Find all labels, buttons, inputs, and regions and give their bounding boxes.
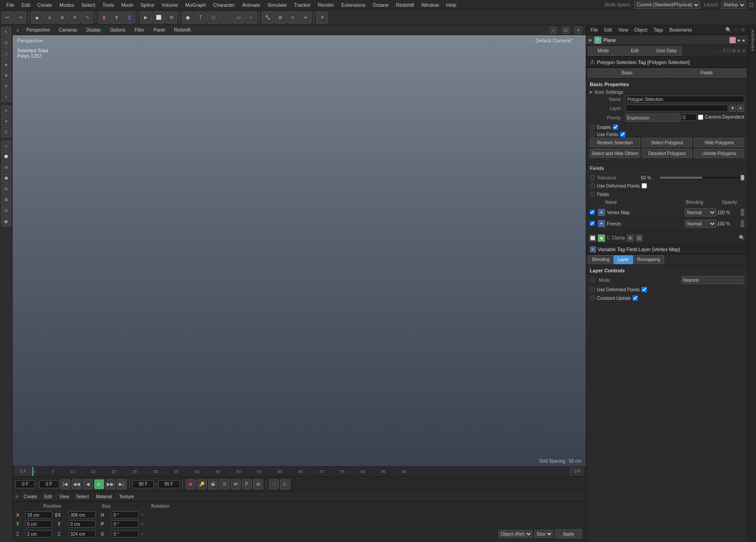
layout-select[interactable]: Startup [721, 1, 746, 9]
tool-icon-10[interactable]: S [1, 127, 11, 137]
deselect-polygons-btn[interactable]: Deselect Polygons [642, 149, 692, 158]
texture-mode-button[interactable]: T [195, 12, 206, 23]
field-icon-2[interactable]: ⊡ [636, 234, 643, 242]
tool-icon-13[interactable]: ⊟ [1, 162, 11, 172]
menu-character[interactable]: Character [209, 1, 238, 9]
tool-icon-16[interactable]: ⊠ [1, 195, 11, 205]
3d-viewport[interactable]: Perspective Default Camera* Selected Tot… [13, 35, 586, 466]
move-tool-button[interactable]: ⊕ [56, 12, 68, 23]
motion-play-btn[interactable]: ▷ [280, 479, 290, 489]
fields-row-vertex-map[interactable]: ⊛ Vertex Map Normal 100 % [590, 207, 744, 218]
visibility-dot-2[interactable]: ● [742, 37, 745, 43]
step-forward-btn[interactable]: ▶▶ [105, 479, 115, 489]
fields-row-freeze[interactable]: ❄ Freeze Normal 100 % [590, 218, 744, 230]
menu-tools[interactable]: Tools [99, 1, 118, 9]
timeline-track[interactable]: 0 5 10 15 20 25 30 35 40 45 50 55 60 65 … [32, 467, 570, 476]
x-axis-button[interactable]: X [98, 12, 110, 23]
b-rot-input[interactable] [112, 530, 139, 537]
solid-icon[interactable]: ■ [598, 234, 605, 242]
tool-icon-18[interactable]: ▣ [1, 216, 11, 226]
object-mode-button[interactable]: ○ [245, 12, 257, 23]
menu-redshift[interactable]: Redshift [392, 1, 418, 9]
viewport-canvas[interactable] [13, 35, 586, 466]
menu-volume[interactable]: Volume [158, 1, 182, 9]
nav-up-icon[interactable]: ↑ [719, 48, 722, 54]
mode-radio[interactable] [590, 277, 595, 283]
tool-icon-3[interactable]: ⬡ [1, 49, 11, 59]
field-search-icon[interactable]: 🔍 [739, 235, 745, 241]
align-button[interactable]: ≡ [287, 12, 299, 23]
obj-settings-icon[interactable]: ⚙ [741, 27, 745, 33]
viewport-options-menu[interactable]: Options [108, 28, 127, 32]
magnet-button[interactable]: ⊞ [274, 12, 286, 23]
priority-dropdown[interactable]: Expression [625, 114, 680, 122]
tool-icon-4[interactable]: ◈ [1, 60, 11, 69]
freeze-blending-select[interactable]: Normal [685, 220, 716, 228]
attr-tab-attributes[interactable]: Attributes [749, 27, 756, 540]
go-to-start-btn[interactable]: |◀ [60, 479, 70, 489]
y-pos-input[interactable] [25, 520, 52, 528]
viewport-fullscreen-btn[interactable]: ⤢ [550, 27, 557, 34]
enable-checkbox[interactable] [613, 124, 618, 130]
mode-dropdown[interactable]: Nearest [681, 276, 744, 284]
scheme-btn[interactable]: P [242, 479, 252, 489]
nav-icon-5[interactable]: ⊠ [732, 48, 736, 54]
clamp-icon[interactable]: Clamp [612, 235, 625, 240]
tool-icon-15[interactable]: ⊛ [1, 184, 11, 194]
tool-icon-9[interactable]: ✦ [1, 116, 11, 126]
tool-icon-11[interactable]: ◇ [1, 141, 11, 151]
menu-select[interactable]: Select [78, 1, 99, 9]
linear-field-icon[interactable]: ⬜ [589, 234, 596, 242]
loop-btn[interactable]: ↺ [219, 479, 229, 489]
total-frames-input[interactable] [132, 480, 154, 488]
tolerance-radio[interactable] [590, 175, 595, 180]
layer-dropdown-btn[interactable]: ▼ [729, 105, 736, 112]
tab-blending[interactable]: Blending [588, 255, 614, 264]
h-rot-input[interactable] [112, 511, 139, 519]
x-size-input[interactable] [68, 511, 96, 519]
step-back-btn[interactable]: ◀◀ [72, 479, 82, 489]
viewport-display-menu[interactable]: Display [84, 28, 103, 32]
menu-animate[interactable]: Animate [238, 1, 264, 9]
menu-window[interactable]: Window [418, 1, 442, 9]
play-btn[interactable]: ▶ [94, 479, 104, 489]
visibility-dot-1[interactable]: ● [738, 37, 741, 43]
maximize-icon[interactable]: ⊡ [749, 2, 753, 8]
tab-basic[interactable]: Basic [588, 69, 667, 78]
rotate-tool-button[interactable]: ↻ [69, 12, 81, 23]
field-icon-1[interactable]: ⊛ [627, 234, 634, 242]
constant-update-checkbox[interactable] [633, 295, 638, 301]
tool-icon-5[interactable]: ⊕ [1, 70, 11, 80]
tool-icon-17[interactable]: ⊡ [1, 206, 11, 216]
menu-simulate[interactable]: Simulate [264, 1, 291, 9]
nav-back-icon[interactable]: ← [713, 48, 718, 54]
tab-fields[interactable]: Fields [668, 69, 747, 78]
freeze-checkbox[interactable] [590, 221, 595, 226]
icon-settings-header[interactable]: ▶ Icon Settings [590, 88, 744, 96]
viewport-cameras-menu[interactable]: Cameras [57, 28, 79, 32]
new-object-button[interactable]: ● [31, 12, 43, 23]
restore-selection-btn[interactable]: Restore Selection [590, 138, 640, 147]
z-pos-input[interactable] [25, 530, 52, 537]
bottom-create-menu[interactable]: Create [22, 494, 39, 499]
use-fields-radio[interactable] [590, 132, 595, 137]
name-input[interactable] [625, 96, 744, 103]
go-to-end-btn[interactable]: ▶| [117, 479, 127, 489]
nav-icon-7[interactable]: ⚙ [742, 48, 746, 54]
bottom-edit-menu[interactable]: Edit [42, 494, 54, 499]
menu-mograph[interactable]: MoGraph [182, 1, 209, 9]
enable-radio[interactable] [590, 124, 595, 130]
viewport-filter-menu[interactable]: Filter [133, 28, 146, 32]
poly-mode-button[interactable]: ▭ [232, 12, 244, 23]
motion-record-btn[interactable]: ⬛ [269, 479, 279, 489]
edge-mode-button[interactable]: ⬡ [207, 12, 219, 23]
filter-icon[interactable]: ▽ [734, 27, 738, 33]
tolerance-slider-track[interactable] [660, 177, 744, 179]
menu-modes[interactable]: Modes [56, 1, 78, 9]
obj-view-menu[interactable]: View [616, 28, 630, 32]
end-frame-input[interactable] [158, 480, 180, 488]
select-polygons-btn[interactable]: Select Polygons [642, 138, 692, 147]
polygon-selection-tag-icon[interactable]: ⬡ [729, 37, 736, 43]
menu-spline[interactable]: Spline [137, 1, 158, 9]
layer-x-btn[interactable]: ✕ [737, 105, 744, 112]
